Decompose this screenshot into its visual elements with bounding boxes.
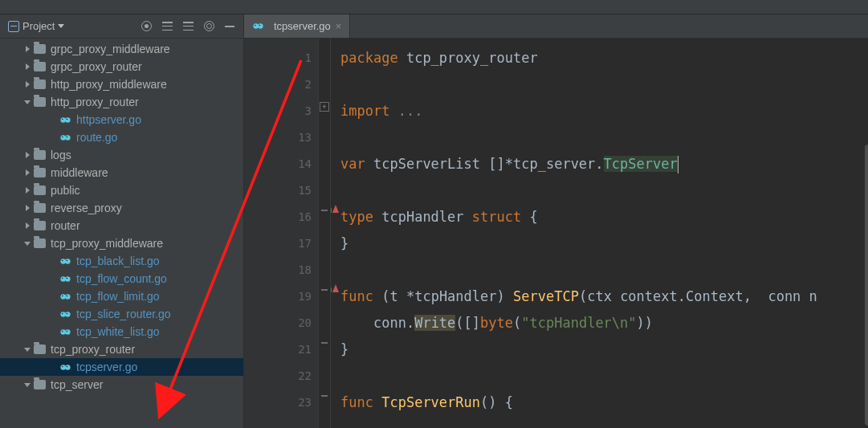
code-line[interactable] [340,363,868,389]
tree-file[interactable]: tcp_flow_limit.go [0,287,243,305]
line-number: 2 [244,71,312,98]
chevron-down-icon[interactable] [22,238,32,248]
tree-folder[interactable]: http_proxy_middleware [0,75,243,93]
project-label: Project [22,20,55,32]
fold-collapse-icon[interactable] [321,395,328,397]
line-number: 3 [244,98,312,124]
window-topbar [0,0,868,14]
tree-folder[interactable]: tcp_proxy_router [0,340,243,358]
bars-icon [162,22,173,31]
settings-button[interactable] [200,18,218,35]
svg-point-35 [259,25,261,26]
chevron-right-icon[interactable] [22,62,32,71]
chevron-down-icon[interactable] [22,97,32,107]
svg-point-33 [258,23,263,29]
line-number: 23 [244,389,312,416]
code-line[interactable]: func (t *tcpHandler) ServeTCP(ctx contex… [340,283,868,310]
fold-collapse-icon[interactable] [321,210,328,211]
tree-folder[interactable]: router [0,217,243,234]
expand-all-button[interactable] [158,18,176,35]
tree-item-label: tcp_flow_count.go [76,272,167,285]
code-line[interactable]: } [340,336,868,363]
line-number: 19 [244,283,312,310]
tree-folder[interactable]: tcp_server [0,376,243,393]
tree-item-label: tcp_black_list.go [76,255,160,267]
go-file-icon [59,326,71,338]
go-file-icon [59,255,71,267]
tree-item-label: tcpserver.go [76,361,137,373]
tree-file[interactable]: httpserver.go [0,111,243,128]
code-line[interactable] [340,124,868,151]
tree-file[interactable]: tcp_white_list.go [0,323,243,340]
chevron-right-icon[interactable] [22,203,32,213]
svg-point-1 [65,117,71,123]
code-line[interactable]: conn.Write([]byte("tcpHandler\n")) [340,310,868,336]
line-number: 14 [244,151,312,177]
chevron-down-icon[interactable] [22,344,32,354]
chevron-right-icon[interactable] [22,185,32,195]
code-line[interactable]: import ... [340,98,868,124]
fold-collapse-icon[interactable] [321,342,328,344]
line-number: 17 [244,230,312,257]
tree-item-label: route.go [76,131,117,144]
tree-file[interactable]: route.go [0,128,243,146]
code-line[interactable] [340,71,868,98]
project-icon [8,21,19,32]
code-line[interactable]: package tcp_proxy_router [340,45,868,71]
code-area[interactable]: 1231314151617181920212223 + package tcp_… [244,39,868,428]
chevron-down-icon[interactable] [22,380,32,389]
go-file-icon [59,291,71,303]
tree-folder[interactable]: reverse_proxy [0,199,243,217]
tree-folder[interactable]: http_proxy_router [0,93,243,111]
project-tree[interactable]: grpc_proxy_middlewaregrpc_proxy_routerht… [0,39,243,428]
select-opened-file-button[interactable] [137,18,155,35]
chevron-right-icon[interactable] [22,168,32,177]
line-number: 21 [244,336,312,363]
folder-icon [34,238,46,248]
code-line[interactable]: } [340,230,868,257]
svg-point-27 [67,330,68,332]
line-number: 1 [244,45,312,71]
fold-expand-icon[interactable]: + [320,102,329,112]
folder-icon [34,185,46,195]
code-line[interactable]: type tcpHandler struct { [340,204,868,230]
chevron-down-icon [58,24,64,28]
svg-point-22 [62,312,63,314]
fold-collapse-icon[interactable] [321,289,328,291]
editor-pane: tcpserver.go × 1231314151617181920212223… [244,14,868,428]
svg-point-23 [67,312,68,314]
tree-file[interactable]: tcp_slice_router.go [0,305,243,323]
folder-icon [34,150,46,160]
project-dropdown[interactable]: Project [5,18,67,34]
tree-folder[interactable]: grpc_proxy_middleware [0,40,243,58]
tree-folder[interactable]: tcp_proxy_middleware [0,234,243,252]
code-content[interactable]: package tcp_proxy_routerimport ...var tc… [331,39,868,428]
chevron-right-icon[interactable] [22,44,32,54]
chevron-right-icon[interactable] [22,79,32,89]
tree-folder[interactable]: middleware [0,164,243,181]
collapse-all-button[interactable] [179,18,197,35]
tree-item-label: grpc_proxy_middleware [51,43,170,55]
project-sidebar: Project grpc_proxy_middlewaregrpc_proxy_… [0,14,244,428]
tree-file[interactable]: tcp_black_list.go [0,252,243,270]
close-icon[interactable]: × [336,20,342,32]
tab-tcpserver[interactable]: tcpserver.go × [244,14,350,38]
code-line[interactable]: var tcpServerList []*tcp_server.TcpServe… [340,151,868,177]
svg-point-6 [62,136,63,137]
tree-file[interactable]: tcpserver.go [0,358,243,376]
target-icon [141,21,152,31]
tree-folder[interactable]: public [0,181,243,199]
chevron-right-icon[interactable] [22,221,32,230]
tree-folder[interactable]: grpc_proxy_router [0,58,243,75]
hide-button[interactable] [221,18,238,35]
code-line[interactable]: func TcpServerRun() { [340,389,868,416]
fold-column: + [318,39,331,428]
code-line[interactable] [340,257,868,283]
tree-folder[interactable]: logs [0,146,243,164]
tree-file[interactable]: tcp_flow_count.go [0,270,243,287]
svg-point-28 [60,365,66,370]
code-line[interactable] [340,177,868,204]
tree-item-label: tcp_proxy_middleware [51,237,163,250]
chevron-right-icon[interactable] [22,150,32,160]
svg-point-30 [62,365,63,367]
